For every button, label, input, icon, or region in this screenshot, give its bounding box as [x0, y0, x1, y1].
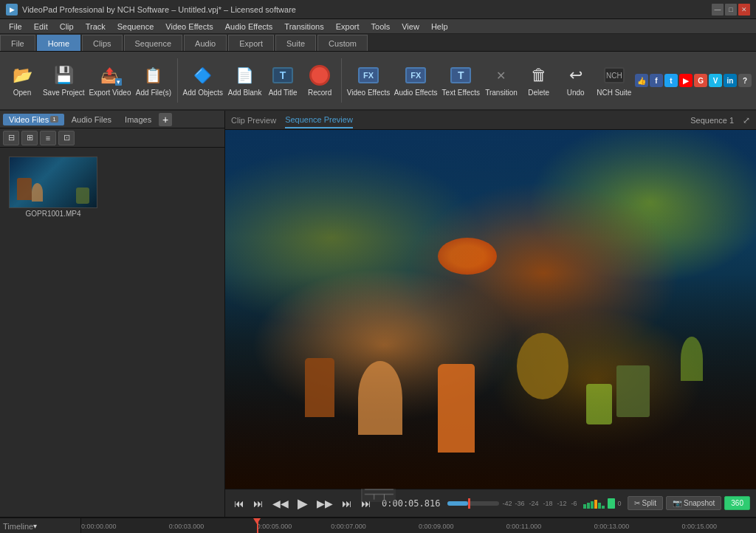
playhead-marker: [468, 498, 470, 509]
google-icon[interactable]: G: [694, 74, 707, 87]
menu-item-file[interactable]: File: [3, 21, 28, 32]
right-panel: Clip Preview Sequence Preview Sequence 1…: [225, 111, 756, 517]
add-blank-label: Add Blank: [228, 89, 262, 97]
save-project-icon: 💾: [52, 63, 75, 87]
maximize-button[interactable]: □: [725, 4, 737, 16]
add-files-label: Add File(s): [136, 89, 171, 97]
close-button[interactable]: ✕: [738, 4, 750, 16]
timeline-label: Timeline: [3, 522, 33, 531]
nch-suite-button[interactable]: NCHNCH Suite: [595, 55, 633, 106]
ruler-spacer: Timeline ▾: [0, 518, 81, 533]
main-tab-clips[interactable]: Clips: [82, 35, 122, 51]
export-video-button[interactable]: 📤▾Export Video: [88, 55, 133, 106]
add-title-icon: T: [271, 63, 295, 87]
tab-audio-files[interactable]: Audio Files: [66, 114, 117, 125]
main-tab-export[interactable]: Export: [228, 35, 274, 51]
play-button[interactable]: ▶: [295, 494, 311, 513]
window-title: VideoPad Professional by NCH Software – …: [22, 5, 296, 14]
go-to-start-button[interactable]: ⏮: [231, 496, 247, 511]
preview-tabs: Clip Preview Sequence Preview Sequence 1…: [225, 111, 756, 130]
add-objects-button[interactable]: 🔷Add Objects: [182, 55, 225, 106]
facebook-icon[interactable]: f: [650, 74, 663, 87]
tab-video-files[interactable]: Video Files 1: [3, 114, 64, 125]
add-media-tab-button[interactable]: +: [159, 113, 172, 126]
save-project-button[interactable]: 💾Save Project: [41, 55, 86, 106]
preview-right-controls: ✂ Split 📷 Snapshot 360: [628, 496, 750, 510]
media-grid-view-button[interactable]: ⊞: [21, 131, 38, 145]
add-title-button[interactable]: TAdd Title: [265, 55, 300, 106]
timeline-dropdown[interactable]: ▾: [33, 522, 37, 530]
coral-background: [225, 130, 756, 489]
media-list-view-button[interactable]: ⊟: [3, 131, 19, 145]
menu-item-edit[interactable]: Edit: [28, 21, 54, 32]
progress-fill: [447, 501, 468, 506]
snapshot-button[interactable]: 📷 Snapshot: [666, 496, 721, 510]
menu-item-track[interactable]: Track: [80, 21, 111, 32]
ruler-marks: 0:00:00.000 0:00:03.000 0:00:05.000 0:00…: [81, 518, 756, 533]
menu-item-clip[interactable]: Clip: [54, 21, 80, 32]
delete-button[interactable]: 🗑Delete: [521, 55, 557, 106]
tab-clip-preview[interactable]: Clip Preview: [231, 113, 276, 128]
vimeo-icon[interactable]: V: [709, 74, 722, 87]
video-effects-button[interactable]: FXVideo Effects: [346, 55, 391, 106]
media-sort-button[interactable]: ≡: [40, 131, 56, 145]
text-effects-button[interactable]: TText Effects: [440, 55, 481, 106]
menu-item-transitions[interactable]: Transitions: [278, 21, 329, 32]
split-button[interactable]: ✂ Split: [628, 496, 663, 510]
preview-controls: ⏮ ⏭ ◀◀ ▶ ▶▶ ⏭ ⏭ 0:00:05.816 -42 -36 -24 …: [225, 489, 756, 517]
open-button[interactable]: 📂Open: [4, 55, 40, 106]
camera-icon: 📷: [673, 499, 681, 507]
add-files-button[interactable]: 📋Add File(s): [134, 55, 173, 106]
thumbs-up-icon[interactable]: 👍: [635, 74, 648, 87]
undo-button[interactable]: ↩Undo: [558, 55, 594, 106]
add-objects-icon: 🔷: [191, 63, 215, 87]
transition-button[interactable]: ✕Transition: [483, 55, 519, 106]
export-video-label: Export Video: [89, 89, 131, 97]
menu-item-help[interactable]: Help: [425, 21, 454, 32]
main-tab-sequence[interactable]: Sequence: [124, 35, 183, 51]
main-tab-audio[interactable]: Audio: [184, 35, 227, 51]
menu-item-tools[interactable]: Tools: [365, 21, 396, 32]
video-effects-icon: FX: [357, 63, 380, 87]
prev-frame-button[interactable]: ⏭: [250, 496, 267, 511]
help-icon[interactable]: ?: [738, 74, 752, 87]
audio-effects-button[interactable]: FXAudio Effects: [393, 55, 439, 106]
main-tab-custom[interactable]: Custom: [317, 35, 368, 51]
fast-forward-button[interactable]: ▶▶: [314, 496, 336, 511]
menu-item-video-effects[interactable]: Video Effects: [159, 21, 219, 32]
360-button[interactable]: 360: [724, 496, 750, 510]
media-clip-grid: ✓ GOPR1001.MP4 🎬: [0, 148, 224, 517]
menu-item-audio-effects[interactable]: Audio Effects: [219, 21, 279, 32]
menu-bar: FileEditClipTrackSequenceVideo EffectsAu…: [0, 19, 756, 34]
clip-item[interactable]: ✓ GOPR1001.MP4: [9, 157, 97, 218]
youtube-icon[interactable]: ▶: [679, 74, 693, 87]
tab-sequence-preview[interactable]: Sequence Preview: [285, 112, 353, 128]
minimize-button[interactable]: —: [712, 4, 724, 16]
audio-level-meter: -42 -36 -24 -18 -12 -6 0: [502, 496, 621, 511]
open-icon: 📂: [10, 63, 34, 87]
record-label: Record: [308, 89, 331, 97]
menu-item-sequence[interactable]: Sequence: [111, 21, 160, 32]
expand-preview-button[interactable]: ⤢: [743, 115, 750, 125]
main-tab-file[interactable]: File: [0, 35, 35, 51]
preview-progress-bar[interactable]: [447, 501, 499, 506]
menu-item-view[interactable]: View: [396, 21, 425, 32]
main-tab-home[interactable]: Home: [37, 35, 80, 51]
media-filter-button[interactable]: ⊡: [58, 131, 75, 145]
media-panel-toolbar: ⊟ ⊞ ≡ ⊡: [0, 128, 224, 148]
menu-item-export[interactable]: Export: [330, 21, 365, 32]
timecode-display: 0:00:05.816: [382, 498, 440, 509]
linkedin-icon[interactable]: in: [724, 74, 737, 87]
app-icon: ▶: [6, 4, 18, 16]
go-to-end-button[interactable]: ⏭: [358, 496, 374, 511]
main-tab-suite[interactable]: Suite: [275, 35, 316, 51]
tab-images[interactable]: Images: [119, 114, 157, 125]
next-frame-button[interactable]: ⏭: [339, 496, 355, 511]
record-icon: [308, 63, 331, 87]
add-blank-button[interactable]: 📄Add Blank: [226, 55, 264, 106]
timeline-section: Timeline ▾ 0:00:00.000 0:00:03.000 0:00:…: [0, 517, 756, 533]
rewind-button[interactable]: ◀◀: [269, 496, 292, 511]
twitter-icon[interactable]: t: [664, 74, 678, 87]
add-objects-label: Add Objects: [183, 89, 223, 97]
record-button[interactable]: Record: [302, 55, 337, 106]
